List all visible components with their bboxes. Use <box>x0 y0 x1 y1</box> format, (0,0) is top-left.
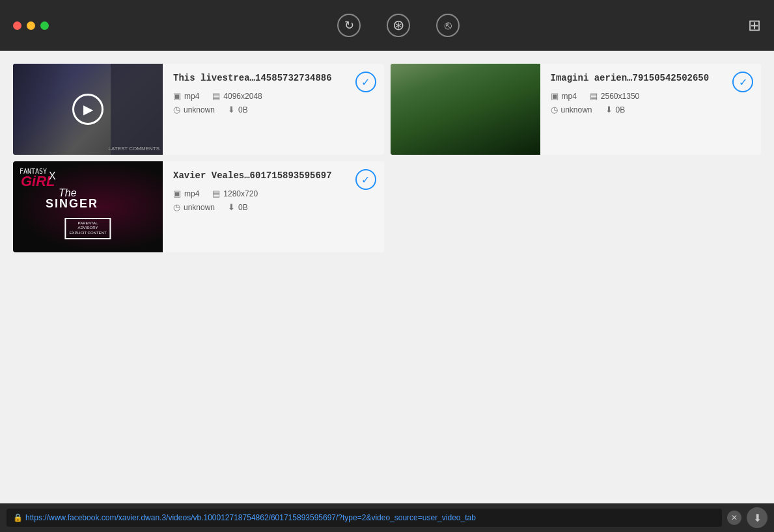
film-icon-3: ▣ <box>173 189 181 198</box>
video-duration-3: ◷ unknown <box>173 202 215 212</box>
meta-row-2b: ◷ unknown ⬇ 0B <box>551 105 751 114</box>
clock-icon-3: ◷ <box>173 202 180 212</box>
video-title-2: Imagini aerien…79150542502650 <box>551 73 751 83</box>
clock-icon-1: ◷ <box>173 105 180 114</box>
video-info-2: Imagini aerien…79150542502650 ▣ mp4 ▤ 25… <box>540 64 762 155</box>
video-title-3: Xavier Veales…601715893595697 <box>173 170 374 181</box>
lock-icon: 🔒 <box>13 513 23 522</box>
video-meta-3: ▣ mp4 ▤ 1280x720 ◷ unknown ⬇ 0B <box>173 189 374 212</box>
toolbar-right: ⊞ <box>748 16 761 34</box>
video-size-2: ⬇ 0B <box>605 105 626 114</box>
clock-icon-2: ◷ <box>551 105 558 114</box>
video-meta-2: ▣ mp4 ▤ 2560x1350 ◷ unknown ⬇ 0B <box>551 91 751 114</box>
monitor-icon-2: ▤ <box>590 91 598 101</box>
check-badge-2[interactable]: ✓ <box>732 72 753 92</box>
check-badge-1[interactable]: ✓ <box>355 72 376 92</box>
video-resolution-1: ▤ 4096x2048 <box>212 91 262 101</box>
video-info-3: Xavier Veales…601715893595697 ▣ mp4 ▤ 12… <box>163 161 384 252</box>
play-button-1[interactable]: ▶ <box>72 94 104 125</box>
meta-row-3b: ◷ unknown ⬇ 0B <box>173 202 374 212</box>
clear-button[interactable]: ✕ <box>727 511 741 525</box>
download-icon-1: ⬇ <box>228 105 235 114</box>
film-icon-1: ▣ <box>173 91 181 101</box>
meta-row-1b: ◷ unknown ⬇ 0B <box>173 105 374 114</box>
thumb3-singer: SINGER <box>46 197 98 211</box>
thumb3-parental: PARENTALADVISORYEXPLICIT CONTENT <box>64 218 111 239</box>
monitor-icon-1: ▤ <box>212 91 220 101</box>
video-card-1: ▶ LATEST COMMENTS This livestrea…1458573… <box>13 64 384 155</box>
thumbnail-text-1: LATEST COMMENTS <box>109 146 159 152</box>
video-card-2: Imagini aerien…79150542502650 ▣ mp4 ▤ 25… <box>391 64 762 155</box>
grid-icon[interactable]: ⊛ <box>387 14 410 37</box>
url-bar: 🔒 https://www.facebook.com/xavier.dwan.3… <box>0 503 774 532</box>
traffic-lights <box>13 21 49 30</box>
video-duration-1: ◷ unknown <box>173 105 215 114</box>
close-button[interactable] <box>13 21 21 30</box>
thumbnail-3: FANTASY GiRL X The SINGER PARENTALADVISO… <box>13 161 163 252</box>
empty-slot <box>391 161 762 252</box>
share-icon[interactable]: ⎋ <box>436 14 460 37</box>
download-icon-2: ⬇ <box>605 105 613 114</box>
check-badge-3[interactable]: ✓ <box>355 169 376 190</box>
meta-row-3a: ▣ mp4 ▤ 1280x720 <box>173 189 374 198</box>
video-meta-1: ▣ mp4 ▤ 4096x2048 ◷ unknown ⬇ 0B <box>173 91 374 114</box>
video-resolution-3: ▤ 1280x720 <box>212 189 258 198</box>
meta-row-1a: ▣ mp4 ▤ 4096x2048 <box>173 91 374 101</box>
minimize-button[interactable] <box>27 21 35 30</box>
video-format-1: ▣ mp4 <box>173 91 199 101</box>
video-size-1: ⬇ 0B <box>228 105 248 114</box>
thumb3-x: X <box>49 170 56 182</box>
layout-icon[interactable]: ⊞ <box>748 16 761 34</box>
empty-area <box>13 259 761 441</box>
video-duration-2: ◷ unknown <box>551 105 592 114</box>
video-info-1: This livestrea…14585732734886 ▣ mp4 ▤ 40… <box>163 64 384 155</box>
video-size-3: ⬇ 0B <box>228 202 248 212</box>
thumbnail-overlay-1 <box>111 64 163 155</box>
video-grid: ▶ LATEST COMMENTS This livestrea…1458573… <box>0 51 774 503</box>
toolbar-center: ↻ ⊛ ⎋ <box>337 14 460 37</box>
monitor-icon-3: ▤ <box>212 189 220 198</box>
thumbnail-2 <box>391 64 540 155</box>
meta-row-2a: ▣ mp4 ▤ 2560x1350 <box>551 91 751 101</box>
video-title-1: This livestrea…14585732734886 <box>173 73 374 83</box>
video-card-3: FANTASY GiRL X The SINGER PARENTALADVISO… <box>13 161 384 252</box>
maximize-button[interactable] <box>40 21 49 30</box>
film-icon-2: ▣ <box>551 91 559 101</box>
thumbnail-1: ▶ LATEST COMMENTS <box>13 64 163 155</box>
url-display[interactable]: 🔒 https://www.facebook.com/xavier.dwan.3… <box>7 509 722 527</box>
download-icon-3: ⬇ <box>228 202 235 212</box>
video-resolution-2: ▤ 2560x1350 <box>590 91 639 101</box>
titlebar: ↻ ⊛ ⎋ ⊞ <box>0 0 774 51</box>
url-download-button[interactable]: ⬇ <box>747 507 767 528</box>
refresh-icon[interactable]: ↻ <box>337 14 361 37</box>
video-format-2: ▣ mp4 <box>551 91 577 101</box>
video-format-3: ▣ mp4 <box>173 189 199 198</box>
url-text: https://www.facebook.com/xavier.dwan.3/v… <box>25 513 476 522</box>
